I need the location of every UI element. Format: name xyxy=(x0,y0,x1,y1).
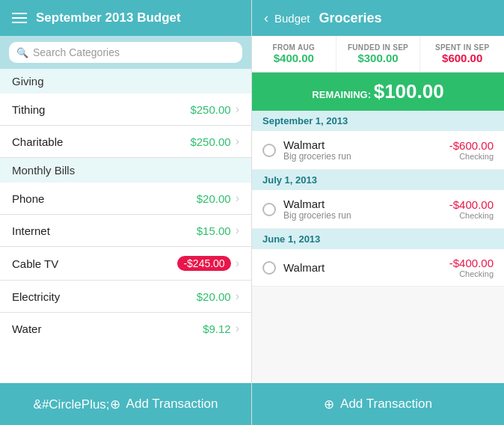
transaction-sub: Big groceries run xyxy=(283,151,442,162)
search-placeholder: Search Categories xyxy=(33,46,120,58)
chevron-right-icon: › xyxy=(236,103,239,116)
chevron-right-icon: › xyxy=(236,224,239,237)
category-name: Electricity xyxy=(12,290,60,303)
transaction-status-icon xyxy=(262,144,276,157)
category-amount: $250.00 xyxy=(190,135,230,148)
category-right: $250.00 › xyxy=(190,135,239,148)
transaction-info: Walmart xyxy=(283,261,442,274)
list-item[interactable]: Tithing $250.00 › xyxy=(0,94,251,126)
left-panel: September 2013 Budget 🔍 Search Categorie… xyxy=(0,0,252,425)
transaction-right: -$400.00 Checking xyxy=(449,257,494,278)
transaction-right: -$400.00 Checking xyxy=(449,198,494,220)
category-amount-negative: -$245.00 xyxy=(177,256,230,271)
list-item[interactable]: Cable TV -$245.00 › xyxy=(0,247,251,281)
search-bar-container: 🔍 Search Categories xyxy=(0,36,251,69)
category-right: $9.12 › xyxy=(203,322,239,335)
transactions-list: September 1, 2013 Walmart Big groceries … xyxy=(252,111,504,383)
add-icon: &#CirclePlus;⊕ xyxy=(34,398,120,411)
list-item[interactable]: Phone $20.00 › xyxy=(0,183,251,215)
category-name: Cable TV xyxy=(12,257,58,270)
back-label[interactable]: Budget xyxy=(274,12,310,25)
category-right: $20.00 › xyxy=(197,192,239,205)
category-name: Phone xyxy=(12,192,44,205)
right-header: ‹ Budget Groceries xyxy=(252,0,504,36)
list-item[interactable]: Electricity $20.00 › xyxy=(0,281,251,313)
list-item[interactable]: Walmart Big groceries run -$600.00 Check… xyxy=(252,131,504,170)
right-header-title: Groceries xyxy=(319,10,382,26)
list-item[interactable]: Charitable $250.00 › xyxy=(0,126,251,158)
list-item[interactable]: Walmart -$400.00 Checking xyxy=(252,249,504,287)
remaining-bar: REMAINING: $100.00 xyxy=(252,73,504,111)
stat-label-funded-sep: FUNDED IN SEP xyxy=(341,43,416,52)
category-right: $250.00 › xyxy=(190,103,239,116)
transaction-account: Checking xyxy=(449,152,494,161)
date-header-jun: June 1, 2013 xyxy=(252,229,504,249)
stat-label-from-aug: FROM AUG xyxy=(256,43,331,52)
transaction-amount: -$400.00 xyxy=(449,198,494,211)
transaction-name: Walmart xyxy=(283,198,442,210)
monthly-bills-group-header: Monthly Bills xyxy=(0,158,251,183)
list-item[interactable]: Internet $15.00 › xyxy=(0,215,251,247)
left-header: September 2013 Budget xyxy=(0,0,251,36)
category-name: Water xyxy=(12,322,41,335)
category-amount: $20.00 xyxy=(197,192,231,205)
category-name: Tithing xyxy=(12,103,45,116)
add-icon-right: ⊕ xyxy=(324,398,334,411)
chevron-right-icon: › xyxy=(236,135,239,148)
stat-value-funded-sep: $300.00 xyxy=(341,52,416,64)
list-item[interactable]: Walmart Big groceries run -$400.00 Check… xyxy=(252,190,504,229)
category-amount: $20.00 xyxy=(197,290,231,303)
transaction-account: Checking xyxy=(449,269,494,278)
transaction-sub: Big groceries run xyxy=(283,210,442,221)
transaction-account: Checking xyxy=(449,211,494,220)
stat-value-from-aug: $400.00 xyxy=(256,52,331,64)
remaining-label: REMAINING: xyxy=(312,89,373,100)
add-transaction-button-left[interactable]: &#CirclePlus;⊕ Add Transaction xyxy=(0,383,251,425)
add-transaction-button-right[interactable]: ⊕ Add Transaction xyxy=(252,383,504,425)
transaction-amount: -$600.00 xyxy=(449,139,494,152)
stat-from-aug: FROM AUG $400.00 xyxy=(252,36,336,72)
categories-list: Giving Tithing $250.00 › Charitable $250… xyxy=(0,69,251,383)
category-amount: $9.12 xyxy=(203,322,231,335)
chevron-right-icon: › xyxy=(236,192,239,205)
category-name: Charitable xyxy=(12,135,63,148)
chevron-right-icon: › xyxy=(236,322,239,335)
stat-label-spent-sep: SPENT IN SEP xyxy=(425,43,500,52)
remaining-amount: $100.00 xyxy=(374,80,444,103)
transaction-info: Walmart Big groceries run xyxy=(283,138,442,162)
transaction-name: Walmart xyxy=(283,261,442,274)
stat-funded-sep: FUNDED IN SEP $300.00 xyxy=(336,36,421,72)
transaction-amount: -$400.00 xyxy=(449,257,494,269)
date-header-sep: September 1, 2013 xyxy=(252,111,504,131)
back-arrow-icon[interactable]: ‹ xyxy=(264,10,268,26)
category-right: $15.00 › xyxy=(197,224,239,237)
date-header-jul: July 1, 2013 xyxy=(252,170,504,190)
chevron-right-icon: › xyxy=(236,257,239,270)
left-header-title: September 2013 Budget xyxy=(36,10,181,25)
list-item[interactable]: Water $9.12 › xyxy=(0,313,251,344)
stat-spent-sep: SPENT IN SEP $600.00 xyxy=(420,36,504,72)
add-transaction-label-left: Add Transaction xyxy=(126,397,218,412)
transaction-info: Walmart Big groceries run xyxy=(283,198,442,221)
category-amount: $15.00 xyxy=(197,224,231,237)
search-bar[interactable]: 🔍 Search Categories xyxy=(9,42,242,63)
category-amount: $250.00 xyxy=(190,103,230,116)
category-right: $20.00 › xyxy=(197,290,239,303)
category-right: -$245.00 › xyxy=(177,256,239,271)
stats-bar: FROM AUG $400.00 FUNDED IN SEP $300.00 S… xyxy=(252,36,504,73)
transaction-status-icon xyxy=(262,203,276,216)
chevron-right-icon: › xyxy=(236,290,239,303)
right-panel: ‹ Budget Groceries FROM AUG $400.00 FUND… xyxy=(252,0,504,425)
add-transaction-label-right: Add Transaction xyxy=(340,397,432,412)
menu-icon[interactable] xyxy=(12,13,27,23)
giving-group-header: Giving xyxy=(0,69,251,94)
transaction-name: Walmart xyxy=(283,138,442,151)
category-name: Internet xyxy=(12,224,50,237)
transaction-right: -$600.00 Checking xyxy=(449,139,494,161)
transaction-status-icon xyxy=(262,261,276,275)
stat-value-spent-sep: $600.00 xyxy=(425,52,500,64)
search-icon: 🔍 xyxy=(16,47,28,58)
